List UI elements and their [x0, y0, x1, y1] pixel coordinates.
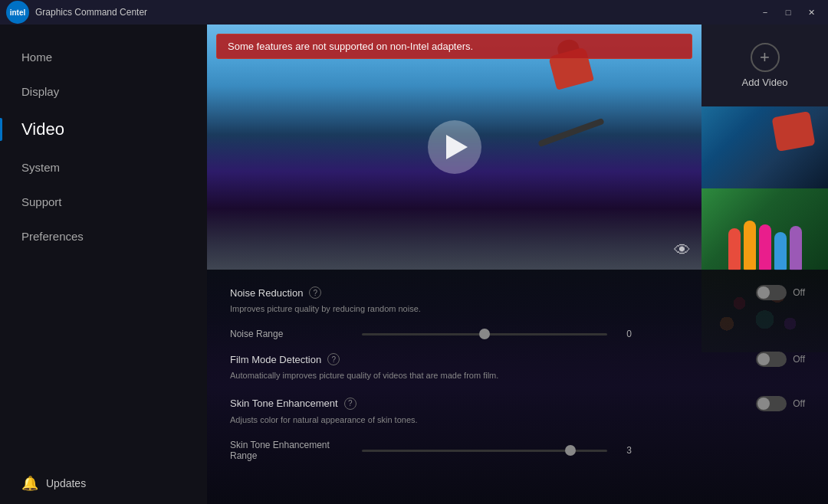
skin-tone-state: Off: [793, 398, 805, 409]
eye-icon[interactable]: 👁: [674, 241, 691, 260]
people-group: [702, 217, 828, 270]
add-circle-icon: +: [751, 43, 780, 72]
nav-support-label: Support: [21, 195, 62, 208]
nav-system-label: System: [21, 161, 60, 174]
sidebar-item-display[interactable]: Display: [0, 74, 207, 109]
app-title: Graphics Command Center: [35, 7, 147, 18]
noise-reduction-header: Noise Reduction ? Off: [230, 285, 805, 300]
noise-reduction-title-group: Noise Reduction ?: [230, 286, 321, 299]
person-1: [728, 228, 741, 270]
add-video-button[interactable]: + Add Video: [702, 25, 828, 106]
film-mode-detection-row: Film Mode Detection ? Off Automatically …: [230, 352, 805, 381]
content-area: Some features are not supported on non-I…: [207, 25, 828, 504]
person-2: [744, 221, 756, 270]
sidebar-item-home[interactable]: Home: [0, 40, 207, 74]
bell-icon: 🔔: [21, 475, 38, 492]
person-3: [759, 224, 771, 270]
noise-reduction-toggle-group: Off: [756, 285, 805, 300]
nav-display-label: Display: [21, 85, 59, 98]
thumbnails-panel: + Add Video: [702, 25, 828, 270]
skin-tone-range-value: 3: [616, 445, 632, 456]
person-4: [774, 232, 787, 270]
skin-tone-range-label: Skin Tone Enhancement Range: [230, 440, 353, 461]
settings-panel: Noise Reduction ? Off Improves picture q…: [207, 270, 828, 504]
add-video-label: Add Video: [742, 77, 788, 88]
updates-section[interactable]: 🔔 Updates: [0, 463, 207, 504]
skin-tone-desc: Adjusts color for natural appearance of …: [230, 414, 537, 426]
video-player[interactable]: Some features are not supported on non-I…: [207, 25, 702, 270]
skin-tone-row: Skin Tone Enhancement ? Off Adjusts colo…: [230, 396, 805, 426]
sidebar: Home Display Video System Support Prefer…: [0, 25, 207, 504]
sidebar-item-support[interactable]: Support: [0, 185, 207, 219]
noise-reduction-help-icon[interactable]: ?: [309, 286, 321, 299]
skin-tone-range-slider[interactable]: [362, 450, 607, 452]
film-mode-state: Off: [793, 354, 805, 365]
film-mode-help-icon[interactable]: ?: [327, 353, 340, 365]
film-mode-toggle[interactable]: [756, 352, 787, 367]
play-button[interactable]: [428, 120, 481, 174]
mountain-snow: [207, 208, 702, 270]
noise-reduction-title: Noise Reduction: [230, 287, 303, 299]
intel-logo: intel: [6, 1, 29, 24]
noise-range-thumb[interactable]: [479, 329, 490, 339]
thumbnail-1[interactable]: [702, 106, 828, 188]
sidebar-item-preferences[interactable]: Preferences: [0, 219, 207, 254]
noise-range-slider[interactable]: [362, 333, 607, 335]
film-mode-header: Film Mode Detection ? Off: [230, 352, 805, 367]
skin-tone-toggle-group: Off: [756, 396, 805, 411]
noise-range-value: 0: [616, 329, 632, 339]
maximize-button[interactable]: □: [777, 4, 799, 21]
sidebar-item-system[interactable]: System: [0, 150, 207, 185]
nav-preferences-label: Preferences: [21, 230, 84, 243]
warning-banner: Some features are not supported on non-I…: [216, 34, 692, 59]
noise-reduction-desc: Improves picture quality by reducing ran…: [230, 303, 537, 315]
skin-tone-toggle[interactable]: [756, 396, 787, 411]
skin-tone-help-icon[interactable]: ?: [344, 398, 356, 410]
film-mode-toggle-group: Off: [756, 352, 805, 367]
nav-home-label: Home: [21, 51, 52, 64]
skin-tone-range-thumb[interactable]: [565, 445, 576, 456]
noise-reduction-toggle[interactable]: [756, 285, 787, 300]
title-bar: intel Graphics Command Center − □ ✕: [0, 0, 828, 25]
window-controls: − □ ✕: [754, 4, 822, 21]
noise-range-label: Noise Range: [230, 329, 353, 339]
skin-tone-title-group: Skin Tone Enhancement ?: [230, 398, 356, 410]
skin-tone-title: Skin Tone Enhancement: [230, 398, 338, 409]
nav-video-label: Video: [21, 119, 64, 139]
play-icon: [446, 135, 468, 159]
noise-range-row: Noise Range 0: [230, 329, 805, 339]
app-body: Home Display Video System Support Prefer…: [0, 25, 828, 504]
noise-reduction-state: Off: [793, 287, 805, 298]
updates-label: Updates: [46, 477, 86, 489]
film-mode-desc: Automatically improves picture quality o…: [230, 370, 537, 381]
film-mode-title: Film Mode Detection: [230, 354, 321, 365]
thumbnail-2[interactable]: [702, 188, 828, 270]
close-button[interactable]: ✕: [800, 4, 822, 21]
noise-reduction-row: Noise Reduction ? Off Improves picture q…: [230, 285, 805, 315]
sidebar-item-video[interactable]: Video: [0, 109, 207, 150]
person-5: [790, 226, 802, 270]
title-bar-left: intel Graphics Command Center: [6, 1, 147, 24]
minimize-button[interactable]: −: [754, 4, 776, 21]
video-section: Some features are not supported on non-I…: [207, 25, 828, 270]
skin-tone-header: Skin Tone Enhancement ? Off: [230, 396, 805, 411]
film-mode-title-group: Film Mode Detection ?: [230, 353, 340, 365]
skin-tone-range-row: Skin Tone Enhancement Range 3: [230, 440, 805, 461]
